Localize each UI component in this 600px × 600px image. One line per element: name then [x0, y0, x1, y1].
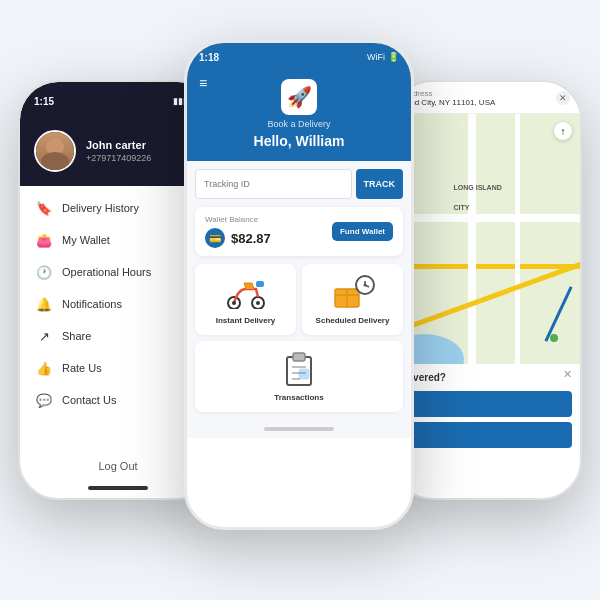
panel-button-2[interactable] — [402, 422, 572, 448]
svg-point-2 — [232, 301, 236, 305]
profile-info: John carter +279717409226 — [86, 139, 151, 163]
clipboard-icon — [277, 351, 321, 387]
service-label-instant: Instant Delivery — [216, 316, 276, 325]
status-icons-center: WiFi 🔋 — [367, 52, 399, 62]
address-info: address land City, NY 11101, USA — [404, 89, 495, 107]
menu-label: Contact Us — [62, 394, 116, 406]
wallet-icon: 👛 — [36, 232, 52, 248]
service-card-transactions[interactable]: Transactions — [195, 341, 403, 412]
header-greeting: Hello, William — [254, 133, 345, 149]
svg-point-11 — [363, 284, 366, 287]
wallet-circle-icon: 💳 — [205, 228, 225, 248]
address-bar: address land City, NY 11101, USA ✕ — [394, 82, 580, 114]
map-background: LONG ISLAND CITY ↑ — [394, 114, 580, 364]
menu-label: Delivery History — [62, 202, 139, 214]
bookmark-icon: 🔖 — [36, 200, 52, 216]
fund-wallet-button[interactable]: Fund Wallet — [332, 222, 393, 241]
svg-rect-17 — [299, 369, 309, 379]
service-card-scheduled[interactable]: Scheduled Delivery — [302, 264, 403, 335]
header-subtitle: Book a Delivery — [267, 119, 330, 129]
tracking-input[interactable] — [195, 169, 352, 199]
map-road-v2 — [515, 114, 520, 364]
chat-icon: 💬 — [36, 392, 52, 408]
map-road-h2 — [394, 264, 580, 269]
address-value: land City, NY 11101, USA — [404, 98, 495, 107]
close-button-top[interactable]: ✕ — [556, 91, 570, 105]
menu-label: Share — [62, 330, 91, 342]
clock-icon: 🕐 — [36, 264, 52, 280]
wifi-icon: WiFi — [367, 52, 385, 62]
route-line — [544, 286, 572, 342]
status-bar-center: 1:18 WiFi 🔋 — [187, 43, 411, 71]
logout-button[interactable]: Log Out — [98, 460, 137, 472]
service-grid: Instant Delivery Sche — [195, 264, 403, 335]
hamburger-icon[interactable]: ≡ — [199, 75, 207, 91]
center-phone: 1:18 WiFi 🔋 ≡ 🚀 Book a Delivery Hello, W… — [184, 40, 414, 530]
right-phone: address land City, NY 11101, USA ✕ LONG … — [392, 80, 582, 500]
service-label-transactions: Transactions — [274, 393, 323, 402]
wallet-card: Wallet Balance 💳 $82.87 Fund Wallet — [195, 207, 403, 256]
delivery-panel: elivered? ✕ — [394, 364, 580, 461]
main-content: TRACK Wallet Balance 💳 $82.87 Fund Walle… — [187, 161, 411, 420]
delivery-question: elivered? — [402, 372, 572, 383]
wallet-amount: $82.87 — [231, 231, 271, 246]
thumbs-up-icon: 👍 — [36, 360, 52, 376]
map-area[interactable]: LONG ISLAND CITY ↑ — [394, 114, 580, 364]
menu-label: Notifications — [62, 298, 122, 310]
wallet-amount-row: 💳 $82.87 — [205, 228, 271, 248]
service-label-scheduled: Scheduled Delivery — [316, 316, 390, 325]
service-card-instant[interactable]: Instant Delivery — [195, 264, 296, 335]
address-label: address — [404, 89, 495, 98]
panel-button-1[interactable] — [402, 391, 572, 417]
menu-label: Operational Hours — [62, 266, 151, 278]
user-phone: +279717409226 — [86, 153, 151, 163]
app-header: ≡ 🚀 Book a Delivery Hello, William — [187, 71, 411, 161]
route-destination-dot — [550, 334, 558, 342]
compass-icon: ↑ — [554, 122, 572, 140]
map-road-v1 — [468, 114, 476, 364]
box-clock-icon — [331, 274, 375, 310]
time-center: 1:18 — [199, 52, 219, 63]
menu-label: My Wallet — [62, 234, 110, 246]
menu-label: Rate Us — [62, 362, 102, 374]
user-name: John carter — [86, 139, 151, 151]
svg-rect-4 — [256, 281, 264, 287]
time-left: 1:15 — [34, 96, 54, 107]
wallet-label: Wallet Balance — [205, 215, 271, 224]
scooter-icon — [224, 274, 268, 310]
share-icon: ↗ — [36, 328, 52, 344]
battery-icon-center: 🔋 — [388, 52, 399, 62]
close-button-panel[interactable]: ✕ — [563, 368, 572, 381]
tracking-bar: TRACK — [195, 169, 403, 199]
svg-point-3 — [256, 301, 260, 305]
wallet-info: Wallet Balance 💳 $82.87 — [205, 215, 271, 248]
track-button[interactable]: TRACK — [356, 169, 404, 199]
home-indicator-center — [187, 420, 411, 438]
map-label-city: CITY — [454, 204, 470, 211]
map-road-h1 — [394, 214, 580, 222]
map-label-long-island: LONG ISLAND — [454, 184, 502, 191]
bell-icon: 🔔 — [36, 296, 52, 312]
avatar — [34, 130, 76, 172]
svg-rect-13 — [293, 353, 305, 361]
app-logo: 🚀 — [281, 79, 317, 115]
home-indicator — [88, 486, 148, 490]
